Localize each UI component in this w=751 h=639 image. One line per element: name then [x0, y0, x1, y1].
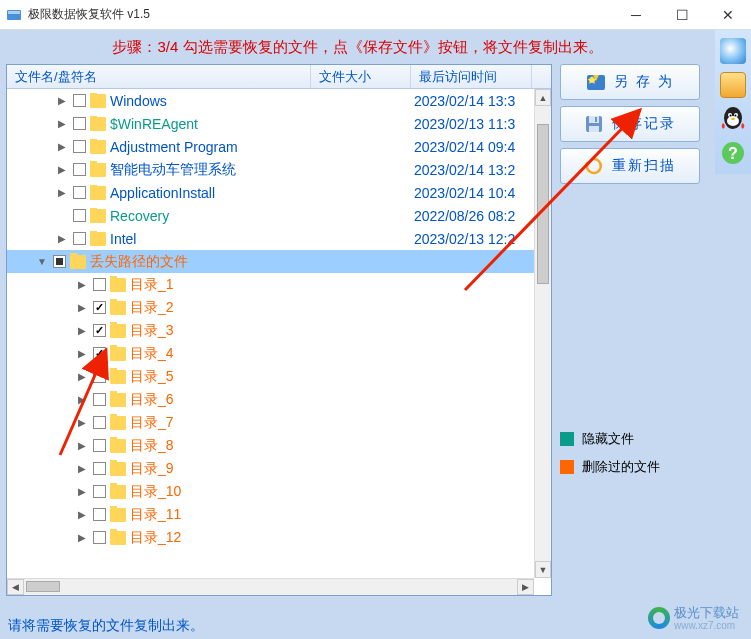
checkbox[interactable]: [73, 94, 86, 107]
disk-icon: [584, 114, 604, 134]
maximize-button[interactable]: ☐: [659, 0, 705, 30]
step-instruction: 步骤：3/4 勾选需要恢复的文件，点《保存文件》按钮，将文件复制出来。: [0, 30, 715, 64]
tree-row[interactable]: ▶目录_9: [7, 457, 534, 480]
expander-icon[interactable]: ▶: [75, 508, 89, 522]
checkbox[interactable]: [93, 393, 106, 406]
svg-text:?: ?: [728, 145, 738, 162]
checkbox[interactable]: [93, 485, 106, 498]
tree-item-date: 2023/02/14 13:3: [414, 93, 534, 109]
tree-row[interactable]: ▶目录_4: [7, 342, 534, 365]
expander-icon[interactable]: [55, 209, 69, 223]
tree-row[interactable]: ▶Windows2023/02/14 13:3: [7, 89, 534, 112]
tree-item-label: ApplicationInstall: [110, 185, 215, 201]
expander-icon[interactable]: ▶: [55, 140, 69, 154]
tree-row[interactable]: ▶Adjustment Program2023/02/14 09:4: [7, 135, 534, 158]
tree-row[interactable]: ▶$WinREAgent2023/02/13 11:3: [7, 112, 534, 135]
checkbox[interactable]: [93, 462, 106, 475]
checkbox[interactable]: [93, 531, 106, 544]
watermark-url: www.xz7.com: [674, 620, 739, 631]
expander-icon[interactable]: ▶: [75, 393, 89, 407]
tree-row[interactable]: ▶目录_6: [7, 388, 534, 411]
help-icon[interactable]: ?: [720, 140, 746, 166]
side-icon-1[interactable]: [720, 38, 746, 64]
checkbox[interactable]: [73, 163, 86, 176]
tree-row[interactable]: ▶目录_5: [7, 365, 534, 388]
status-bar: 请将需要恢复的文件复制出来。: [0, 615, 715, 639]
tree-row[interactable]: ▶智能电动车管理系统2023/02/14 13:2: [7, 158, 534, 181]
checkbox[interactable]: [73, 209, 86, 222]
folder-icon: [110, 347, 126, 361]
expander-icon[interactable]: ▶: [75, 462, 89, 476]
rescan-button[interactable]: 重新扫描: [560, 148, 700, 184]
checkbox[interactable]: [73, 140, 86, 153]
scroll-up-arrow[interactable]: ▲: [535, 89, 551, 106]
checkbox[interactable]: [93, 416, 106, 429]
tree-row[interactable]: ▼丢失路径的文件: [7, 250, 534, 273]
scroll-down-arrow[interactable]: ▼: [535, 561, 551, 578]
title-bar: 极限数据恢复软件 v1.5 ─ ☐ ✕: [0, 0, 751, 30]
legend-deleted-label: 删除过的文件: [582, 458, 660, 476]
tree-row[interactable]: Recovery2022/08/26 08:2: [7, 204, 534, 227]
qq-icon[interactable]: [720, 106, 746, 132]
checkbox[interactable]: [73, 186, 86, 199]
folder-icon: [90, 186, 106, 200]
tree-row[interactable]: ▶目录_11: [7, 503, 534, 526]
column-size[interactable]: 文件大小: [311, 65, 411, 88]
star-save-icon: [586, 72, 606, 92]
expander-icon[interactable]: ▶: [75, 347, 89, 361]
tree-row[interactable]: ▶目录_8: [7, 434, 534, 457]
tree-row[interactable]: ▶目录_2: [7, 296, 534, 319]
save-log-button[interactable]: 保存记录: [560, 106, 700, 142]
tree-item-label: 丢失路径的文件: [90, 253, 188, 271]
close-button[interactable]: ✕: [705, 0, 751, 30]
vertical-scrollbar[interactable]: ▲ ▼: [534, 89, 551, 578]
checkbox[interactable]: [73, 232, 86, 245]
expander-icon[interactable]: ▶: [55, 117, 69, 131]
expander-icon[interactable]: ▶: [75, 531, 89, 545]
checkbox[interactable]: [93, 508, 106, 521]
expander-icon[interactable]: ▶: [55, 232, 69, 246]
checkbox[interactable]: [73, 117, 86, 130]
scroll-right-arrow[interactable]: ▶: [517, 579, 534, 595]
save-as-button[interactable]: 另 存 为: [560, 64, 700, 100]
tree-item-label: $WinREAgent: [110, 116, 198, 132]
expander-icon[interactable]: ▶: [55, 163, 69, 177]
expander-icon[interactable]: ▶: [75, 370, 89, 384]
expander-icon[interactable]: ▶: [75, 301, 89, 315]
tree-row[interactable]: ▶目录_7: [7, 411, 534, 434]
tree-item-label: 目录_5: [130, 368, 174, 386]
horizontal-scrollbar[interactable]: ◀ ▶: [7, 578, 534, 595]
tree-row[interactable]: ▶目录_10: [7, 480, 534, 503]
minimize-button[interactable]: ─: [613, 0, 659, 30]
tree-row[interactable]: ▶ApplicationInstall2023/02/14 10:4: [7, 181, 534, 204]
scroll-left-arrow[interactable]: ◀: [7, 579, 24, 595]
tree-body[interactable]: ▶Windows2023/02/14 13:3▶$WinREAgent2023/…: [7, 89, 534, 578]
expander-icon[interactable]: ▶: [75, 278, 89, 292]
checkbox[interactable]: [53, 255, 66, 268]
column-date[interactable]: 最后访问时间: [411, 65, 531, 88]
tree-row[interactable]: ▶目录_3: [7, 319, 534, 342]
checkbox[interactable]: [93, 301, 106, 314]
expander-icon[interactable]: ▼: [35, 255, 49, 269]
tree-row[interactable]: ▶目录_12: [7, 526, 534, 549]
scroll-thumb-v[interactable]: [537, 124, 549, 284]
folder-icon: [110, 301, 126, 315]
side-icon-2[interactable]: [720, 72, 746, 98]
tree-item-date: 2023/02/14 10:4: [414, 185, 534, 201]
checkbox[interactable]: [93, 370, 106, 383]
watermark: 极光下载站 www.xz7.com: [648, 606, 739, 631]
expander-icon[interactable]: ▶: [55, 94, 69, 108]
tree-row[interactable]: ▶Intel2023/02/13 12:2: [7, 227, 534, 250]
checkbox[interactable]: [93, 324, 106, 337]
scroll-thumb-h[interactable]: [26, 581, 60, 592]
expander-icon[interactable]: ▶: [75, 439, 89, 453]
expander-icon[interactable]: ▶: [75, 324, 89, 338]
expander-icon[interactable]: ▶: [75, 485, 89, 499]
checkbox[interactable]: [93, 347, 106, 360]
checkbox[interactable]: [93, 278, 106, 291]
column-name[interactable]: 文件名/盘符名: [7, 65, 311, 88]
expander-icon[interactable]: ▶: [55, 186, 69, 200]
checkbox[interactable]: [93, 439, 106, 452]
expander-icon[interactable]: ▶: [75, 416, 89, 430]
tree-row[interactable]: ▶目录_1: [7, 273, 534, 296]
